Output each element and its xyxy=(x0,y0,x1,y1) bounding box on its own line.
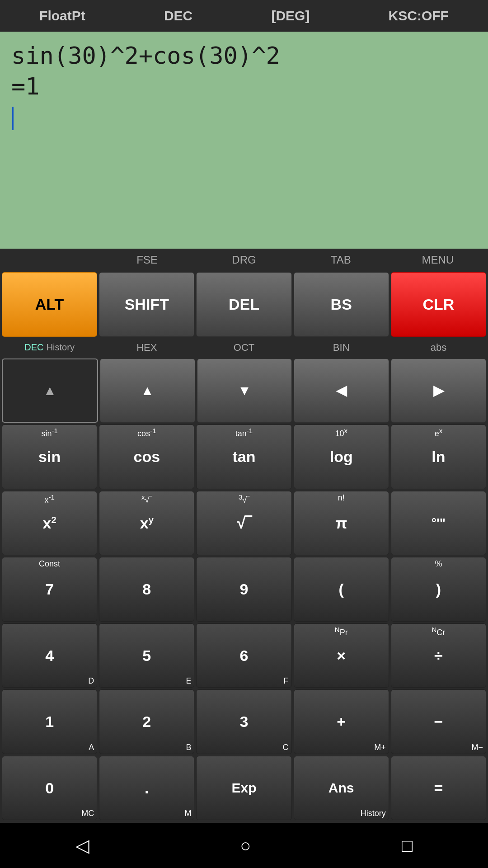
xsq-button[interactable]: x-1 x2 xyxy=(2,491,97,556)
bs-button[interactable]: BS xyxy=(294,272,389,337)
status-bar: FloatPt DEC [DEG] KSC:OFF xyxy=(0,0,488,32)
shift-button[interactable]: SHIFT xyxy=(99,272,194,337)
zero-button[interactable]: 0 MC xyxy=(2,756,97,821)
button-row-6: 1 A 2 B 3 C + M+ − M− xyxy=(0,689,488,755)
home-button[interactable]: ○ xyxy=(240,835,251,856)
right-button[interactable]: ▶ xyxy=(391,359,486,423)
six-button[interactable]: 6 F xyxy=(196,623,291,688)
degrees-button[interactable]: °'" xyxy=(391,491,486,556)
display-text: sin(30)^2+cos(30)^2 =1 xyxy=(11,41,477,132)
abs-label: abs xyxy=(391,338,486,358)
button-row-1: ▲ ▲ ▼ ◀ ▶ xyxy=(0,358,488,424)
four-button[interactable]: 4 D xyxy=(2,623,97,688)
pi-button[interactable]: n! π xyxy=(294,491,389,556)
recent-button[interactable]: □ xyxy=(402,835,413,856)
button-row-7: 0 MC . M Exp Ans History = xyxy=(0,755,488,821)
floatpt-label: FloatPt xyxy=(39,8,85,24)
dec-label: DEC xyxy=(164,8,192,24)
one-button[interactable]: 1 A xyxy=(2,689,97,754)
result: =1 xyxy=(11,73,40,100)
button-row-2: sin-1 sin cos-1 cos tan-1 tan 10x log ex… xyxy=(0,424,488,490)
tan-button[interactable]: tan-1 tan xyxy=(196,425,291,489)
cursor xyxy=(12,107,14,130)
ln-button[interactable]: ex ln xyxy=(391,425,486,489)
equals-button[interactable]: = xyxy=(391,756,486,821)
eight-button[interactable]: 8 xyxy=(99,557,194,622)
multiply-button[interactable]: NPr × xyxy=(294,623,389,688)
lparen-button[interactable]: ( xyxy=(294,557,389,622)
three-button[interactable]: 3 C xyxy=(196,689,291,754)
oct-label: OCT xyxy=(196,338,291,358)
nine-button[interactable]: 9 xyxy=(196,557,291,622)
button-row-0: ALT SHIFT DEL BS CLR xyxy=(0,271,488,338)
ans-button[interactable]: Ans History xyxy=(294,756,389,821)
ksc-label: KSC:OFF xyxy=(389,8,449,24)
hex-label: HEX xyxy=(99,338,194,358)
up-button[interactable]: ▲ xyxy=(100,359,195,423)
left-button[interactable]: ◀ xyxy=(294,359,389,423)
calc-body: FSE DRG TAB MENU ALT SHIFT DEL BS CLR xyxy=(0,249,488,823)
drg-label: DRG xyxy=(196,249,292,271)
deg-label: [DEG] xyxy=(271,8,310,24)
top-labels: FSE DRG TAB MENU xyxy=(0,249,488,271)
alt-button[interactable]: ALT xyxy=(2,272,97,337)
sin-button[interactable]: sin-1 sin xyxy=(2,425,97,489)
xpowy-button[interactable]: x√‾ xy xyxy=(99,491,194,556)
sqrt-button[interactable]: 3√‾ √‾ xyxy=(196,491,291,556)
down-button[interactable]: ▼ xyxy=(197,359,292,423)
two-button[interactable]: 2 B xyxy=(99,689,194,754)
button-row-3: x-1 x2 x√‾ xy 3√‾ √‾ n! π °'" xyxy=(0,490,488,557)
clr-button[interactable]: CLR xyxy=(391,272,486,337)
log-button[interactable]: 10x log xyxy=(294,425,389,489)
nav-bar: ◁ ○ □ xyxy=(0,823,488,868)
fse-label: FSE xyxy=(99,249,195,271)
up-outline-button[interactable]: ▲ xyxy=(2,359,98,423)
button-row-5: 4 D 5 E 6 F NPr × NCr ÷ xyxy=(0,623,488,689)
minus-button[interactable]: − M− xyxy=(391,689,486,754)
divide-button[interactable]: NCr ÷ xyxy=(391,623,486,688)
five-button[interactable]: 5 E xyxy=(99,623,194,688)
bin-label: BIN xyxy=(294,338,389,358)
back-button[interactable]: ◁ xyxy=(75,835,89,856)
seven-button[interactable]: Const 7 xyxy=(2,557,97,622)
display-area[interactable]: sin(30)^2+cos(30)^2 =1 xyxy=(0,32,488,249)
sub-labels: DEC History HEX OCT BIN abs xyxy=(0,338,488,358)
dot-button[interactable]: . M xyxy=(99,756,194,821)
button-row-4: Const 7 8 9 ( % ) xyxy=(0,556,488,623)
dec-history-label: DEC History xyxy=(2,338,97,358)
cos-button[interactable]: cos-1 cos xyxy=(99,425,194,489)
del-button[interactable]: DEL xyxy=(196,272,291,337)
expression: sin(30)^2+cos(30)^2 xyxy=(11,42,280,69)
rows-container: ALT SHIFT DEL BS CLR DEC History HEX OCT xyxy=(0,271,488,823)
rparen-button[interactable]: % ) xyxy=(391,557,486,622)
menu-label: MENU xyxy=(389,249,486,271)
exp-button[interactable]: Exp xyxy=(196,756,291,821)
tab-label: TAB xyxy=(292,249,389,271)
plus-button[interactable]: + M+ xyxy=(294,689,389,754)
